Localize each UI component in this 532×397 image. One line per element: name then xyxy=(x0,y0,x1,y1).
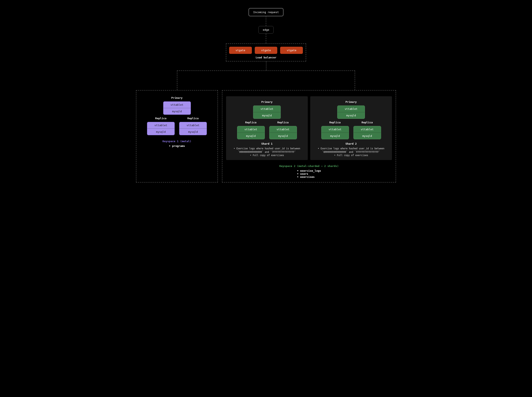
vttablet-cell: vttablet xyxy=(269,126,297,133)
table-name: exercise_logs xyxy=(297,169,321,172)
keyspace-2-tables: exercise_logs users exercises xyxy=(297,169,321,178)
keyspace-1-title: Keyspace 1 (metal) xyxy=(140,140,214,143)
mysqld-cell: mysqld xyxy=(253,112,281,119)
connector-line xyxy=(266,16,266,26)
shard-2: Primary vttablet mysqld Replica vttablet… xyxy=(310,96,392,160)
vttablet-cell: vttablet xyxy=(322,126,349,133)
mysqld-cell: mysqld xyxy=(179,128,207,135)
vtgate-node: vtgate xyxy=(229,47,252,54)
primary-tablet-ks1: vttablet mysqld xyxy=(163,101,191,115)
primary-tablet-shard1: vttablet mysqld xyxy=(253,105,281,119)
vttablet-cell: vttablet xyxy=(253,106,281,112)
replica-tablet-shard2: vttablet mysqld xyxy=(354,126,381,139)
shard-note: Full copy of exercises xyxy=(250,154,284,157)
primary-tablet-shard2: vttablet mysqld xyxy=(337,105,365,119)
vttablet-cell: vttablet xyxy=(237,126,265,133)
role-replica-label: Replica xyxy=(187,117,199,120)
role-primary-label: Primary xyxy=(261,100,273,103)
vttablet-cell: vttablet xyxy=(179,122,207,128)
role-replica-label: Replica xyxy=(277,121,289,124)
mysqld-cell: mysqld xyxy=(237,133,265,139)
incoming-request-label: Incoming request xyxy=(253,11,279,14)
shard-1: Primary vttablet mysqld Replica vttablet… xyxy=(226,96,308,160)
role-primary-label: Primary xyxy=(171,96,183,99)
shard-1-notes: Exercise logs where hashed user_id is be… xyxy=(233,147,301,157)
role-primary-label: Primary xyxy=(345,100,357,103)
replica-tablet-ks1: vttablet mysqld xyxy=(179,122,207,135)
shard-note: Exercise logs where hashed user_id is be… xyxy=(318,147,384,153)
keyspace-1: Primary vttablet mysqld Replica vttablet… xyxy=(136,90,218,183)
shard-1-label: Shard 1 xyxy=(261,142,273,145)
mysqld-cell: mysqld xyxy=(269,133,297,139)
vttablet-cell: vttablet xyxy=(147,122,174,128)
vtgate-node: vtgate xyxy=(255,47,277,54)
vttablet-cell: vttablet xyxy=(354,126,381,133)
role-replica-label: Replica xyxy=(330,121,341,124)
branch-connector xyxy=(136,62,396,90)
role-replica-label: Replica xyxy=(245,121,257,124)
edge-label: edge xyxy=(263,28,269,31)
edge-node: edge xyxy=(258,26,273,34)
replica-tablet-shard2: vttablet mysqld xyxy=(321,126,349,139)
mysqld-cell: mysqld xyxy=(147,128,174,135)
mysqld-cell: mysqld xyxy=(337,112,365,119)
shard-note: Full copy of exercises xyxy=(334,154,368,157)
role-replica-label: Replica xyxy=(155,117,166,120)
mysqld-cell: mysqld xyxy=(163,108,191,115)
vttablet-cell: vttablet xyxy=(337,106,365,112)
vttablet-cell: vttablet xyxy=(163,102,191,108)
table-name: users xyxy=(297,172,321,175)
replica-tablet-shard1: vttablet mysqld xyxy=(237,126,265,139)
shard-note: Exercise logs where hashed user_id is be… xyxy=(234,147,300,153)
load-balancer-label: Load balancer xyxy=(229,56,303,59)
mysqld-cell: mysqld xyxy=(354,133,381,139)
role-replica-label: Replica xyxy=(362,121,373,124)
architecture-diagram: Incoming request edge vtgate vtgate vtga… xyxy=(136,8,396,183)
table-name: programs xyxy=(169,144,185,148)
keyspace-2-title: Keyspace 2 (metal-sharded — 2 shards) xyxy=(226,164,392,167)
connector-line xyxy=(266,34,266,43)
shard-2-notes: Exercise logs where hashed user_id is be… xyxy=(317,147,385,157)
table-name: exercises xyxy=(297,175,321,178)
replica-tablet-ks1: vttablet mysqld xyxy=(147,122,175,135)
keyspace-2: Primary vttablet mysqld Replica vttablet… xyxy=(222,90,396,183)
replica-tablet-shard1: vttablet mysqld xyxy=(269,126,297,139)
load-balancer-box: vtgate vtgate vtgate Load balancer xyxy=(226,43,306,62)
vtgate-node: vtgate xyxy=(280,47,303,54)
mysqld-cell: mysqld xyxy=(322,133,349,139)
keyspace-1-tables: programs xyxy=(169,144,185,148)
incoming-request-node: Incoming request xyxy=(249,8,283,16)
shard-2-label: Shard 2 xyxy=(345,142,357,145)
